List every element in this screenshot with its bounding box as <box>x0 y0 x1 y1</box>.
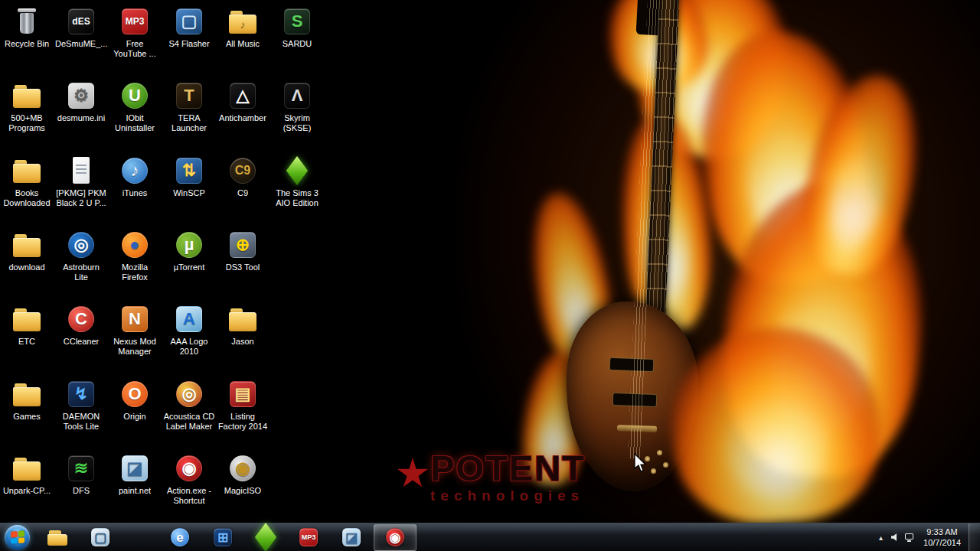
desktop-icon-sims3-aio[interactable]: The Sims 3 AIO Edition <box>271 155 323 208</box>
paint-net-glyph: ◪ <box>345 531 358 544</box>
icon-label: The Sims 3 AIO Edition <box>271 188 323 208</box>
desktop-icon-acoustica-cd-label-maker[interactable]: ◎Acoustica CD Label Maker <box>163 379 215 432</box>
doc-page <box>73 157 90 184</box>
desmume-ini-icon: ⚙ <box>66 80 96 111</box>
media-center-grid-glyph: ⊞ <box>217 531 228 544</box>
desktop-icon-itunes[interactable]: ♪iTunes <box>109 155 161 198</box>
desktop-icon-nexus-mod-manager[interactable]: NNexus Mod Manager <box>109 304 161 357</box>
desktop-icon-books-downloaded[interactable]: Books Downloaded <box>1 155 53 208</box>
sardu-glyph: S <box>292 13 303 30</box>
desktop-icon-s4-flasher[interactable]: ▢S4 Flasher <box>163 6 215 49</box>
tile-ic: ▢ <box>176 8 202 34</box>
desktop-icon-c9[interactable]: C9C9 <box>217 155 269 198</box>
skyrim-skse-glyph: Λ <box>292 87 303 104</box>
sardu-icon: S <box>282 6 312 37</box>
volume-icon[interactable] <box>888 523 903 551</box>
desktop-icon-desmume-ini[interactable]: ⚙desmume.ini <box>55 80 107 123</box>
desktop-icon-utorrent[interactable]: µµTorrent <box>163 230 215 272</box>
jason-icon <box>227 304 258 334</box>
taskbar-item-youtube-mp3[interactable]: MP3 <box>288 525 329 550</box>
taskbar-item-action[interactable]: ◉ <box>374 524 416 551</box>
dfs-glyph: ≋ <box>74 460 88 477</box>
mozilla-firefox-glyph: ● <box>129 236 139 253</box>
desktop-icon-ccleaner[interactable]: CCCleaner <box>55 304 107 347</box>
taskbar-item-media-center-grid[interactable]: ⊞ <box>202 525 243 550</box>
tile-ic: ⊕ <box>230 232 256 258</box>
taskbar-item-paint-net[interactable]: ◪ <box>331 525 372 550</box>
media-center-grid-icon: ⊞ <box>211 526 234 549</box>
books-downloaded-icon <box>11 155 42 186</box>
desktop-icon-magiciso[interactable]: ◉MagicISO <box>217 453 269 496</box>
tile-ic: ⊞ <box>214 528 232 546</box>
listing-factory-2014-glyph: ▤ <box>235 386 251 403</box>
desktop-icon-tera-launcher[interactable]: TTERA Launcher <box>163 80 215 133</box>
ccleaner-icon: C <box>66 304 96 334</box>
desktop-icon-listing-factory-2014[interactable]: ▤Listing Factory 2014 <box>217 379 269 432</box>
paint-net-glyph: ◪ <box>127 460 143 477</box>
desktop-icon-winscp[interactable]: ⇅WinSCP <box>163 155 215 198</box>
show-desktop-button[interactable] <box>969 523 980 551</box>
action-glyph: ◉ <box>390 531 401 544</box>
desktop-icon-paint-net[interactable]: ◪paint.net <box>109 453 161 496</box>
start-button[interactable] <box>5 525 30 550</box>
desktop-icon-antichamber[interactable]: △Antichamber <box>217 80 269 123</box>
tile-ic: ≋ <box>68 455 94 481</box>
desktop-icon-astroburn-lite[interactable]: ◎Astroburn Lite <box>55 230 107 282</box>
icon-label: Jason <box>217 337 269 347</box>
action-exe-glyph: ◉ <box>181 460 196 477</box>
desktop-icon-mozilla-firefox[interactable]: ●Mozilla Firefox <box>109 230 161 282</box>
hidden-icons-arrow-icon[interactable]: ▴ <box>874 523 888 551</box>
action-exe-icon: ◉ <box>174 453 204 484</box>
desktop-icon-iobit-uninstaller[interactable]: UIObit Uninstaller <box>109 80 161 133</box>
desktop-icon-download[interactable]: download <box>1 230 53 272</box>
desktop-icon-unpark-cp[interactable]: Unpark-CP... <box>1 453 53 496</box>
desktop-icon-etc[interactable]: ETC <box>1 304 53 347</box>
tile-ic: MP3 <box>122 8 148 34</box>
unpark-cp-icon <box>11 453 42 484</box>
icon-label: WinSCP <box>163 188 215 198</box>
desktop-icon-recycle-bin[interactable]: Recycle Bin <box>1 6 53 49</box>
desktop-icon-aaa-logo-2010[interactable]: AAAA Logo 2010 <box>163 304 215 357</box>
desktop-icon-all-music[interactable]: ♪All Music <box>217 6 269 49</box>
taskbar-clock[interactable]: 9:33 AM 10/7/2014 <box>923 527 961 549</box>
icon-label: CCleaner <box>55 337 107 347</box>
desktop-icon-free-youtube[interactable]: MP3Free YouTube ... <box>109 6 161 59</box>
taskbar-item-window-app[interactable]: ▢ <box>80 525 121 550</box>
taskbar-item-internet-explorer[interactable]: e <box>159 525 201 550</box>
icon-label: Action.exe - Shortcut <box>163 486 215 506</box>
tera-launcher-icon: T <box>174 80 204 111</box>
desktop-icon-dfs[interactable]: ≋DFS <box>55 453 107 496</box>
system-tray: ▴ 9:33 AM 10/7/2014 <box>874 523 980 551</box>
taskbar-item-sims3[interactable] <box>245 525 286 550</box>
desktop-icon-sardu[interactable]: SSARDU <box>271 6 323 49</box>
desmume-ini-glyph: ⚙ <box>74 87 89 104</box>
desktop-icon-jason[interactable]: Jason <box>217 304 269 347</box>
desmume-glyph: dES <box>72 17 90 26</box>
icon-label: IObit Uninstaller <box>109 113 161 133</box>
round-ic: ● <box>122 232 148 258</box>
youtube-mp3-icon: MP3 <box>297 526 320 549</box>
desktop-icon-daemon-tools-lite[interactable]: ↯DAEMON Tools Lite <box>55 379 107 432</box>
all-music-icon: ♪ <box>227 6 258 37</box>
desktop-icon-pkmg-pkm[interactable]: [PKMG] PKM Black 2 U P... <box>55 155 107 208</box>
desktop-icon-origin[interactable]: OOrigin <box>109 379 161 422</box>
desktop-icon-ds3-tool[interactable]: ⊕DS3 Tool <box>217 230 269 272</box>
icon-label: Antichamber <box>217 113 269 123</box>
desktop-icon-desmume[interactable]: dESDeSmuME_... <box>55 6 107 49</box>
origin-glyph: O <box>128 386 141 403</box>
desktop-icon-500mb-programs[interactable]: 500+MB Programs <box>1 80 53 133</box>
desktop-icon-games[interactable]: Games <box>1 379 53 422</box>
window-app-icon: ▢ <box>89 526 112 549</box>
s4-flasher-icon: ▢ <box>174 6 204 37</box>
c9-glyph: C9 <box>235 165 250 177</box>
round-ic: µ <box>176 232 202 258</box>
network-icon[interactable] <box>903 523 917 551</box>
taskbar-item-explorer[interactable] <box>37 525 78 550</box>
tile-ic: ↯ <box>68 381 94 407</box>
desktop-icon-skyrim-skse[interactable]: ΛSkyrim (SKSE) <box>271 80 323 133</box>
f-body <box>13 461 41 481</box>
daemon-tools-lite-glyph: ↯ <box>74 386 88 403</box>
iobit-uninstaller-icon: U <box>119 80 150 111</box>
desktop-icon-action-exe[interactable]: ◉Action.exe - Shortcut <box>163 453 215 506</box>
tile-ic: ▤ <box>230 381 256 407</box>
